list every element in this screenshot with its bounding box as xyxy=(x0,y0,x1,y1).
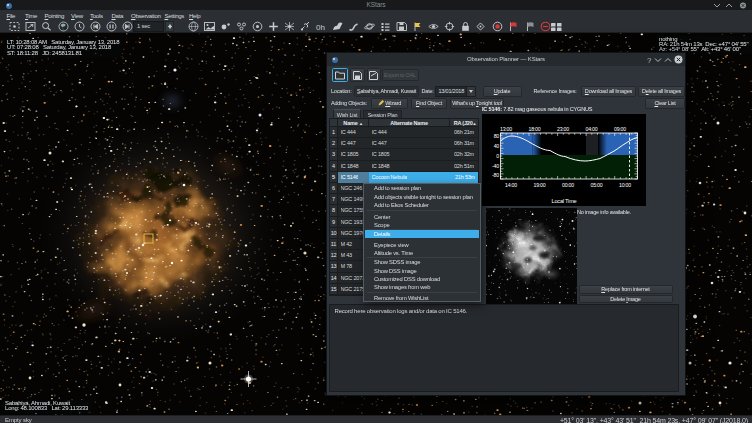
svg-text:0h: 0h xyxy=(316,23,325,32)
svg-text:05:00: 05:00 xyxy=(591,182,603,188)
svg-text:80: 80 xyxy=(494,133,500,139)
svg-text:04:00: 04:00 xyxy=(586,125,598,131)
svg-text:40: 40 xyxy=(494,143,500,149)
svg-text:-40: -40 xyxy=(492,162,499,168)
svg-text:?: ? xyxy=(647,56,652,65)
svg-text:10:00: 10:00 xyxy=(619,182,631,188)
svg-text:09:00: 09:00 xyxy=(614,125,626,131)
svg-text:Local Time: Local Time xyxy=(551,197,576,203)
svg-text:00:00: 00:00 xyxy=(562,182,574,188)
svg-text:13:00: 13:00 xyxy=(500,125,512,131)
svg-text:14:00: 14:00 xyxy=(505,182,517,188)
svg-text:-80: -80 xyxy=(492,172,499,178)
svg-text:0: 0 xyxy=(496,152,499,158)
svg-text:19:00: 19:00 xyxy=(534,182,546,188)
svg-text:23:00: 23:00 xyxy=(557,125,569,131)
svg-text:18:00: 18:00 xyxy=(529,125,541,131)
